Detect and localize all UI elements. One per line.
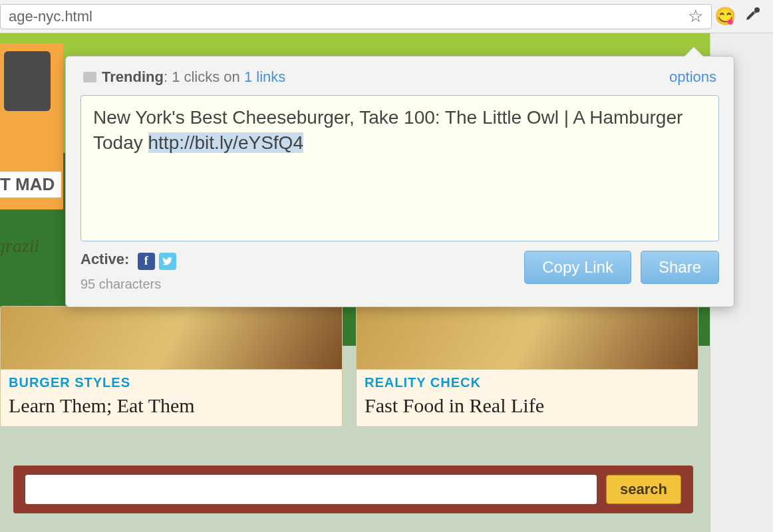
site-search-button[interactable]: search: [606, 475, 681, 504]
twitter-icon[interactable]: [159, 253, 176, 270]
copy-link-button[interactable]: Copy Link: [524, 251, 631, 284]
extension-popup: Trending: 1 clicks on 1 links options Ne…: [65, 56, 734, 307]
extension-icon[interactable]: 😋: [712, 6, 738, 27]
share-button[interactable]: Share: [641, 251, 719, 284]
article-card[interactable]: REALITY CHECK Fast Food in Real Life: [356, 306, 698, 427]
options-link[interactable]: options: [669, 68, 716, 86]
character-count: 95 characters: [80, 277, 176, 292]
card-category: BURGER STYLES: [9, 375, 334, 390]
facebook-icon[interactable]: f: [138, 253, 155, 270]
bookmark-star-icon[interactable]: ☆: [688, 6, 703, 27]
trending-chart-icon: [83, 72, 96, 82]
active-label: Active:: [80, 251, 129, 267]
trending-clicks-text: 1 clicks on: [172, 68, 240, 86]
card-image: [357, 307, 698, 370]
popup-header: Trending: 1 clicks on 1 links options: [80, 65, 719, 95]
compose-textarea[interactable]: New York's Best Cheeseburger, Take 100: …: [80, 95, 719, 241]
card-title: Fast Food in Real Life: [365, 394, 690, 417]
trending-label: Trending:: [102, 68, 172, 86]
wrench-menu-icon[interactable]: [738, 6, 765, 27]
card-title: Learn Them; Eat Them: [9, 394, 334, 417]
popup-footer: Active: f 95 characters Copy Link Share: [80, 251, 719, 292]
card-category: REALITY CHECK: [365, 375, 690, 390]
article-cards-row: BURGER STYLES Learn Them; Eat Them REALI…: [0, 306, 706, 427]
overlay-label-mad: T MAD: [0, 172, 61, 198]
popup-pointer: [685, 47, 703, 57]
browser-toolbar: age-nyc.html ☆ 😋: [0, 0, 773, 33]
address-bar-text: age-nyc.html: [9, 8, 688, 25]
site-search-input[interactable]: [25, 475, 597, 504]
article-card[interactable]: BURGER STYLES Learn Them; Eat Them: [0, 306, 343, 427]
card-image: [1, 307, 342, 370]
compose-url-highlight: http://bit.ly/eYSfQ4: [148, 132, 303, 153]
overlay-label-grazin: grazii: [0, 235, 39, 257]
site-search-bar: search: [13, 466, 693, 513]
address-bar[interactable]: age-nyc.html ☆: [0, 4, 712, 29]
trending-links-link[interactable]: 1 links: [244, 68, 285, 86]
